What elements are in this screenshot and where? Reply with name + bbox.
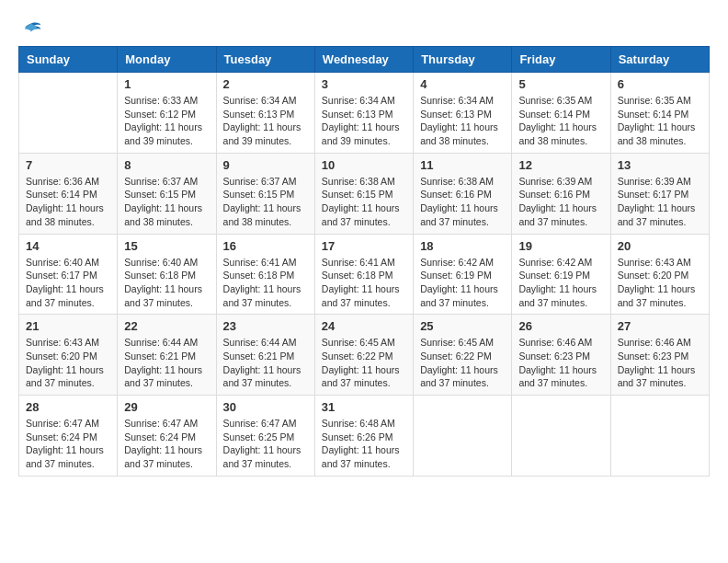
day-number: 12	[518, 158, 603, 172]
day-of-week-header: Thursday	[414, 47, 512, 73]
calendar-day-cell: 10Sunrise: 6:38 AM Sunset: 6:15 PM Dayli…	[314, 153, 413, 234]
calendar-week-row: 1Sunrise: 6:33 AM Sunset: 6:12 PM Daylig…	[19, 73, 710, 154]
day-info: Sunrise: 6:35 AM Sunset: 6:14 PM Dayligh…	[518, 94, 603, 148]
calendar-day-cell: 9Sunrise: 6:37 AM Sunset: 6:15 PM Daylig…	[216, 153, 314, 234]
calendar-day-cell: 20Sunrise: 6:43 AM Sunset: 6:20 PM Dayli…	[610, 234, 709, 315]
day-info: Sunrise: 6:38 AM Sunset: 6:16 PM Dayligh…	[420, 175, 505, 229]
calendar-day-cell: 31Sunrise: 6:48 AM Sunset: 6:26 PM Dayli…	[314, 396, 413, 477]
day-info: Sunrise: 6:44 AM Sunset: 6:21 PM Dayligh…	[223, 336, 308, 390]
day-info: Sunrise: 6:35 AM Sunset: 6:14 PM Dayligh…	[618, 94, 702, 148]
calendar-day-cell: 1Sunrise: 6:33 AM Sunset: 6:12 PM Daylig…	[118, 73, 216, 154]
calendar-week-row: 14Sunrise: 6:40 AM Sunset: 6:17 PM Dayli…	[19, 234, 710, 315]
calendar-day-cell: 27Sunrise: 6:46 AM Sunset: 6:23 PM Dayli…	[610, 315, 709, 396]
day-of-week-header: Monday	[118, 47, 216, 73]
day-info: Sunrise: 6:47 AM Sunset: 6:24 PM Dayligh…	[124, 417, 209, 471]
calendar-day-cell: 4Sunrise: 6:34 AM Sunset: 6:13 PM Daylig…	[414, 73, 512, 154]
day-number: 28	[26, 400, 110, 414]
day-number: 20	[618, 239, 702, 253]
day-info: Sunrise: 6:39 AM Sunset: 6:16 PM Dayligh…	[518, 175, 603, 229]
calendar-day-cell	[512, 396, 610, 477]
logo	[18, 18, 42, 37]
day-info: Sunrise: 6:40 AM Sunset: 6:18 PM Dayligh…	[124, 256, 209, 310]
day-of-week-header: Saturday	[610, 47, 709, 73]
day-number: 1	[124, 77, 209, 91]
day-number: 2	[223, 77, 308, 91]
day-number: 26	[518, 319, 603, 333]
calendar-day-cell: 11Sunrise: 6:38 AM Sunset: 6:16 PM Dayli…	[414, 153, 512, 234]
calendar-day-cell: 17Sunrise: 6:41 AM Sunset: 6:18 PM Dayli…	[314, 234, 413, 315]
day-number: 10	[322, 158, 406, 172]
logo-bird-icon	[20, 18, 42, 40]
day-of-week-header: Wednesday	[314, 47, 413, 73]
day-info: Sunrise: 6:44 AM Sunset: 6:21 PM Dayligh…	[124, 336, 209, 390]
calendar-day-cell: 13Sunrise: 6:39 AM Sunset: 6:17 PM Dayli…	[610, 153, 709, 234]
day-number: 14	[26, 239, 110, 253]
day-info: Sunrise: 6:45 AM Sunset: 6:22 PM Dayligh…	[420, 336, 505, 390]
day-number: 16	[223, 239, 308, 253]
calendar-week-row: 7Sunrise: 6:36 AM Sunset: 6:14 PM Daylig…	[19, 153, 710, 234]
day-number: 25	[420, 319, 505, 333]
day-number: 30	[223, 400, 308, 414]
day-number: 7	[26, 158, 110, 172]
day-number: 27	[618, 319, 702, 333]
day-info: Sunrise: 6:34 AM Sunset: 6:13 PM Dayligh…	[420, 94, 505, 148]
calendar-day-cell: 2Sunrise: 6:34 AM Sunset: 6:13 PM Daylig…	[216, 73, 314, 154]
day-info: Sunrise: 6:47 AM Sunset: 6:25 PM Dayligh…	[223, 417, 308, 471]
day-number: 23	[223, 319, 308, 333]
calendar-week-row: 21Sunrise: 6:43 AM Sunset: 6:20 PM Dayli…	[19, 315, 710, 396]
calendar-day-cell: 3Sunrise: 6:34 AM Sunset: 6:13 PM Daylig…	[314, 73, 413, 154]
day-number: 17	[322, 239, 406, 253]
day-info: Sunrise: 6:37 AM Sunset: 6:15 PM Dayligh…	[124, 175, 209, 229]
calendar-day-cell: 7Sunrise: 6:36 AM Sunset: 6:14 PM Daylig…	[19, 153, 118, 234]
day-info: Sunrise: 6:38 AM Sunset: 6:15 PM Dayligh…	[322, 175, 406, 229]
calendar-day-cell: 26Sunrise: 6:46 AM Sunset: 6:23 PM Dayli…	[512, 315, 610, 396]
calendar-day-cell: 18Sunrise: 6:42 AM Sunset: 6:19 PM Dayli…	[414, 234, 512, 315]
calendar-day-cell: 24Sunrise: 6:45 AM Sunset: 6:22 PM Dayli…	[314, 315, 413, 396]
day-number: 6	[618, 77, 702, 91]
day-info: Sunrise: 6:42 AM Sunset: 6:19 PM Dayligh…	[420, 256, 505, 310]
day-info: Sunrise: 6:34 AM Sunset: 6:13 PM Dayligh…	[322, 94, 406, 148]
calendar-day-cell	[19, 73, 118, 154]
calendar-day-cell: 22Sunrise: 6:44 AM Sunset: 6:21 PM Dayli…	[118, 315, 216, 396]
day-info: Sunrise: 6:43 AM Sunset: 6:20 PM Dayligh…	[618, 256, 702, 310]
day-info: Sunrise: 6:39 AM Sunset: 6:17 PM Dayligh…	[618, 175, 702, 229]
calendar-day-cell: 28Sunrise: 6:47 AM Sunset: 6:24 PM Dayli…	[19, 396, 118, 477]
calendar-day-cell: 5Sunrise: 6:35 AM Sunset: 6:14 PM Daylig…	[512, 73, 610, 154]
calendar-day-cell: 6Sunrise: 6:35 AM Sunset: 6:14 PM Daylig…	[610, 73, 709, 154]
calendar-day-cell	[610, 396, 709, 477]
calendar-week-row: 28Sunrise: 6:47 AM Sunset: 6:24 PM Dayli…	[19, 396, 710, 477]
day-number: 15	[124, 239, 209, 253]
day-info: Sunrise: 6:43 AM Sunset: 6:20 PM Dayligh…	[26, 336, 110, 390]
day-number: 31	[322, 400, 406, 414]
calendar-day-cell: 15Sunrise: 6:40 AM Sunset: 6:18 PM Dayli…	[118, 234, 216, 315]
day-info: Sunrise: 6:46 AM Sunset: 6:23 PM Dayligh…	[518, 336, 603, 390]
day-info: Sunrise: 6:45 AM Sunset: 6:22 PM Dayligh…	[322, 336, 406, 390]
day-number: 4	[420, 77, 505, 91]
day-number: 29	[124, 400, 209, 414]
day-info: Sunrise: 6:46 AM Sunset: 6:23 PM Dayligh…	[618, 336, 702, 390]
day-info: Sunrise: 6:36 AM Sunset: 6:14 PM Dayligh…	[26, 175, 110, 229]
calendar-day-cell: 14Sunrise: 6:40 AM Sunset: 6:17 PM Dayli…	[19, 234, 118, 315]
day-of-week-header: Tuesday	[216, 47, 314, 73]
day-number: 5	[518, 77, 603, 91]
day-of-week-header: Friday	[512, 47, 610, 73]
calendar-table: SundayMondayTuesdayWednesdayThursdayFrid…	[18, 46, 710, 477]
day-info: Sunrise: 6:40 AM Sunset: 6:17 PM Dayligh…	[26, 256, 110, 310]
day-info: Sunrise: 6:41 AM Sunset: 6:18 PM Dayligh…	[223, 256, 308, 310]
calendar-day-cell: 23Sunrise: 6:44 AM Sunset: 6:21 PM Dayli…	[216, 315, 314, 396]
calendar-day-cell: 19Sunrise: 6:42 AM Sunset: 6:19 PM Dayli…	[512, 234, 610, 315]
day-number: 18	[420, 239, 505, 253]
day-info: Sunrise: 6:42 AM Sunset: 6:19 PM Dayligh…	[518, 256, 603, 310]
calendar-day-cell: 8Sunrise: 6:37 AM Sunset: 6:15 PM Daylig…	[118, 153, 216, 234]
calendar-day-cell	[414, 396, 512, 477]
calendar-day-cell: 29Sunrise: 6:47 AM Sunset: 6:24 PM Dayli…	[118, 396, 216, 477]
day-number: 11	[420, 158, 505, 172]
day-info: Sunrise: 6:41 AM Sunset: 6:18 PM Dayligh…	[322, 256, 406, 310]
day-info: Sunrise: 6:48 AM Sunset: 6:26 PM Dayligh…	[322, 417, 406, 471]
day-number: 22	[124, 319, 209, 333]
day-info: Sunrise: 6:37 AM Sunset: 6:15 PM Dayligh…	[223, 175, 308, 229]
day-info: Sunrise: 6:34 AM Sunset: 6:13 PM Dayligh…	[223, 94, 308, 148]
day-number: 9	[223, 158, 308, 172]
day-number: 24	[322, 319, 406, 333]
calendar-day-cell: 16Sunrise: 6:41 AM Sunset: 6:18 PM Dayli…	[216, 234, 314, 315]
